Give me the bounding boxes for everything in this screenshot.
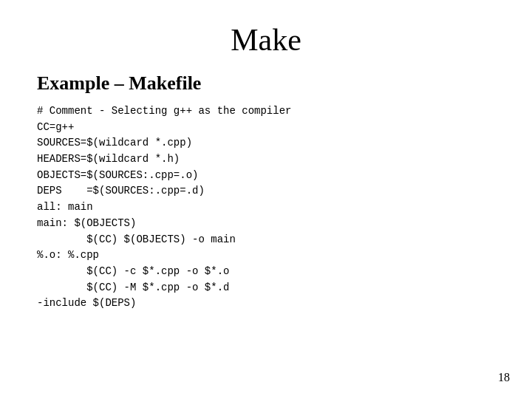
page-number: 18 bbox=[498, 371, 510, 384]
slide: Make Example – Makefile # Comment - Sele… bbox=[0, 0, 532, 399]
slide-title: Make bbox=[37, 22, 495, 58]
code-block: # Comment - Selecting g++ as the compile… bbox=[37, 103, 495, 312]
slide-subtitle: Example – Makefile bbox=[37, 72, 495, 95]
